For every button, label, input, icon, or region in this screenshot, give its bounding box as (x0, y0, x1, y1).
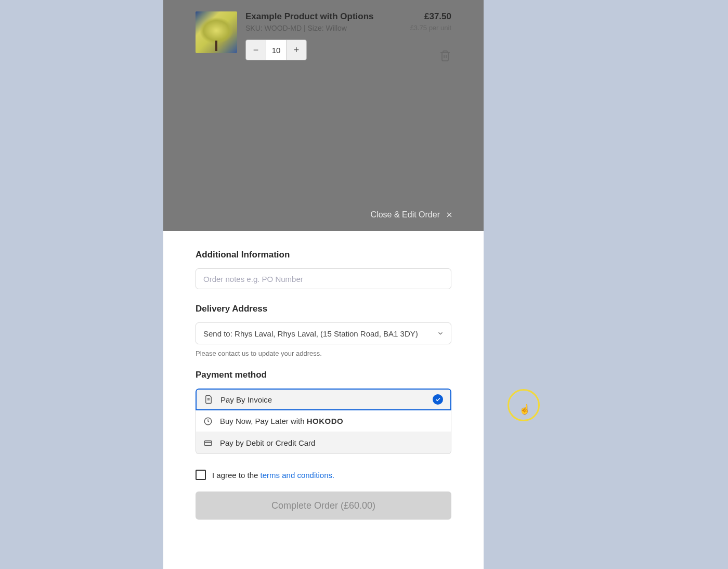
terms-text: I agree to the terms and conditions. (212, 471, 334, 480)
document-icon (204, 395, 213, 404)
payment-option-invoice[interactable]: Pay By Invoice (196, 389, 451, 410)
unit-price: £3.75 per unit (410, 24, 451, 32)
check-icon (435, 396, 441, 403)
svg-rect-1 (204, 441, 212, 445)
credit-card-icon (203, 438, 213, 448)
remove-item-button[interactable] (439, 49, 451, 62)
price-column: £37.50 £3.75 per unit (410, 11, 451, 62)
bnpl-prefix: Buy Now, Pay Later with (220, 417, 307, 425)
close-icon (445, 211, 453, 219)
terms-prefix: I agree to the (212, 471, 261, 480)
trash-icon (439, 49, 451, 62)
complete-order-button[interactable]: Complete Order (£60.00) (196, 492, 451, 520)
selected-check-badge (433, 394, 443, 405)
close-and-edit-order-button[interactable]: Close & Edit Order (371, 210, 453, 219)
quantity-increment-button[interactable]: + (287, 40, 306, 60)
clock-icon (203, 417, 213, 426)
quantity-stepper: − 10 + (245, 40, 307, 60)
terms-and-conditions-link[interactable]: terms and conditions. (261, 471, 335, 480)
payment-option-bnpl[interactable]: Buy Now, Pay Later with HOKODO (196, 410, 451, 432)
delivery-helper-text: Please contact us to update your address… (196, 350, 451, 357)
payment-option-card[interactable]: Pay by Debit or Credit Card (196, 432, 451, 454)
line-price: £37.50 (410, 11, 451, 22)
additional-info-title: Additional Information (196, 250, 451, 260)
terms-row: I agree to the terms and conditions. (196, 470, 451, 480)
payment-option-invoice-label: Pay By Invoice (220, 395, 272, 404)
cursor-highlight-ring (508, 389, 540, 421)
quantity-decrement-button[interactable]: − (246, 40, 266, 60)
order-notes-input[interactable] (196, 268, 451, 289)
pointer-cursor-icon: ☝ (519, 404, 530, 415)
product-title: Example Product with Options (245, 11, 401, 22)
payment-methods-group: Pay By Invoice Buy Now, Pay Later with H… (196, 389, 451, 454)
product-info: Example Product with Options SKU: WOOD-M… (245, 11, 401, 60)
product-sku-line: SKU: WOOD-MD | Size: Willow (245, 24, 401, 32)
close-edit-label: Close & Edit Order (371, 210, 440, 219)
payment-option-bnpl-label: Buy Now, Pay Later with HOKODO (220, 417, 343, 425)
app-frame: Example Product with Options SKU: WOOD-M… (163, 0, 484, 569)
quantity-value[interactable]: 10 (266, 40, 287, 60)
cart-item-row: Example Product with Options SKU: WOOD-M… (163, 0, 484, 62)
checkout-sheet: Additional Information Delivery Address … (163, 231, 484, 569)
payment-option-card-label: Pay by Debit or Credit Card (220, 438, 315, 447)
product-thumbnail (196, 11, 237, 53)
bnpl-provider: HOKODO (307, 417, 344, 425)
delivery-address-value: Send to: Rhys Laval, Rhys Laval, (15 Sta… (203, 329, 418, 338)
payment-method-title: Payment method (196, 370, 451, 380)
terms-checkbox[interactable] (196, 470, 206, 480)
delivery-address-title: Delivery Address (196, 304, 451, 314)
cart-area: Example Product with Options SKU: WOOD-M… (163, 0, 484, 62)
delivery-address-select[interactable]: Send to: Rhys Laval, Rhys Laval, (15 Sta… (196, 322, 451, 344)
chevron-down-icon (437, 330, 444, 337)
